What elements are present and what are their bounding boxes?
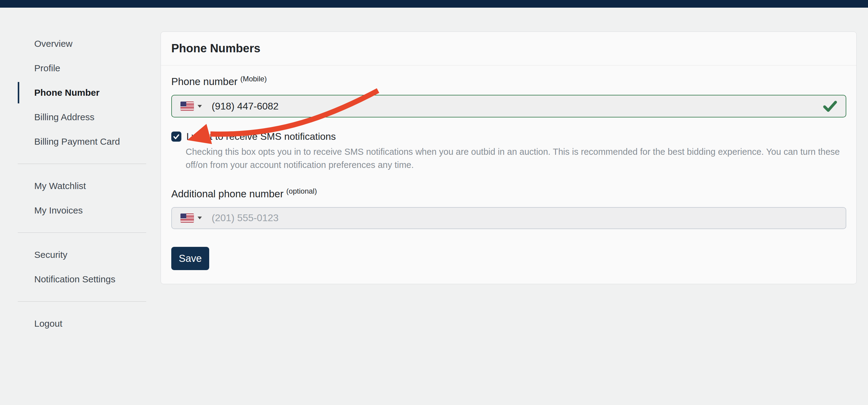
additional-phone-label: Additional phone number (optional)	[171, 187, 846, 200]
phone-number-input[interactable]	[212, 101, 818, 112]
phone-number-input-group	[171, 95, 846, 118]
additional-phone-input[interactable]	[212, 212, 837, 224]
sidebar-item-label: Logout	[34, 318, 62, 329]
us-flag-icon[interactable]	[181, 214, 194, 223]
card-header: Phone Numbers	[161, 32, 857, 65]
sidebar-item-label: Profile	[34, 63, 60, 73]
card-body: Phone number (Mobile) I want to receive …	[161, 65, 857, 270]
top-navigation-bar	[0, 0, 868, 8]
sidebar-item-label: Phone Number	[34, 88, 99, 98]
sidebar-item-label: My Watchlist	[34, 181, 86, 191]
sidebar-item-notification-settings[interactable]: Notification Settings	[18, 267, 146, 291]
checkmark-icon	[173, 134, 180, 139]
account-sidebar: Overview Profile Phone Number Billing Ad…	[18, 32, 146, 336]
page-title: Phone Numbers	[171, 42, 260, 55]
sidebar-item-label: My Invoices	[34, 205, 83, 216]
phone-numbers-card: Phone Numbers Phone number (Mobile) I wa…	[161, 32, 857, 284]
sidebar-item-profile[interactable]: Profile	[18, 56, 146, 81]
sidebar-item-billing-payment-card[interactable]: Billing Payment Card	[18, 129, 146, 154]
sidebar-divider	[18, 301, 146, 302]
sidebar-item-label: Security	[34, 250, 67, 260]
sidebar-item-label: Notification Settings	[34, 274, 115, 284]
chevron-down-icon[interactable]	[197, 217, 202, 219]
sidebar-item-logout[interactable]: Logout	[18, 311, 146, 336]
sms-checkbox-label[interactable]: I want to receive SMS notifications	[186, 131, 336, 142]
green-checkmark-icon	[823, 100, 837, 112]
sidebar-divider	[18, 164, 146, 164]
phone-number-label: Phone number (Mobile)	[171, 76, 267, 87]
sidebar-item-label: Billing Address	[34, 112, 94, 122]
sidebar-item-security[interactable]: Security	[18, 243, 146, 267]
sidebar-divider	[18, 232, 146, 233]
phone-number-qualifier: (Mobile)	[240, 75, 267, 83]
sms-checkbox[interactable]	[171, 131, 181, 142]
sms-help-text: Checking this box opts you in to receive…	[186, 145, 848, 172]
sidebar-item-billing-address[interactable]: Billing Address	[18, 105, 146, 129]
additional-phone-qualifier: (optional)	[286, 187, 317, 195]
sidebar-item-label: Overview	[34, 38, 72, 49]
sidebar-item-label: Billing Payment Card	[34, 136, 120, 147]
sms-checkbox-row: I want to receive SMS notifications	[171, 131, 846, 142]
save-button[interactable]: Save	[171, 247, 209, 270]
sidebar-item-overview[interactable]: Overview	[18, 32, 146, 56]
us-flag-icon[interactable]	[181, 101, 194, 111]
sidebar-item-my-watchlist[interactable]: My Watchlist	[18, 174, 146, 198]
chevron-down-icon[interactable]	[197, 105, 202, 108]
additional-phone-input-group	[171, 207, 846, 229]
sidebar-item-phone-number[interactable]: Phone Number	[18, 81, 146, 105]
sidebar-item-my-invoices[interactable]: My Invoices	[18, 198, 146, 223]
